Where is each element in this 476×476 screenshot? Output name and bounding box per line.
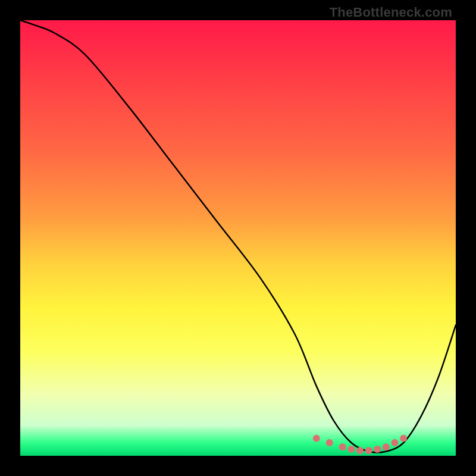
plot-area — [20, 20, 456, 456]
chart-frame: TheBottleneck.com — [0, 0, 476, 476]
bottleneck-curve — [20, 20, 456, 456]
watermark-text: TheBottleneck.com — [330, 5, 452, 20]
